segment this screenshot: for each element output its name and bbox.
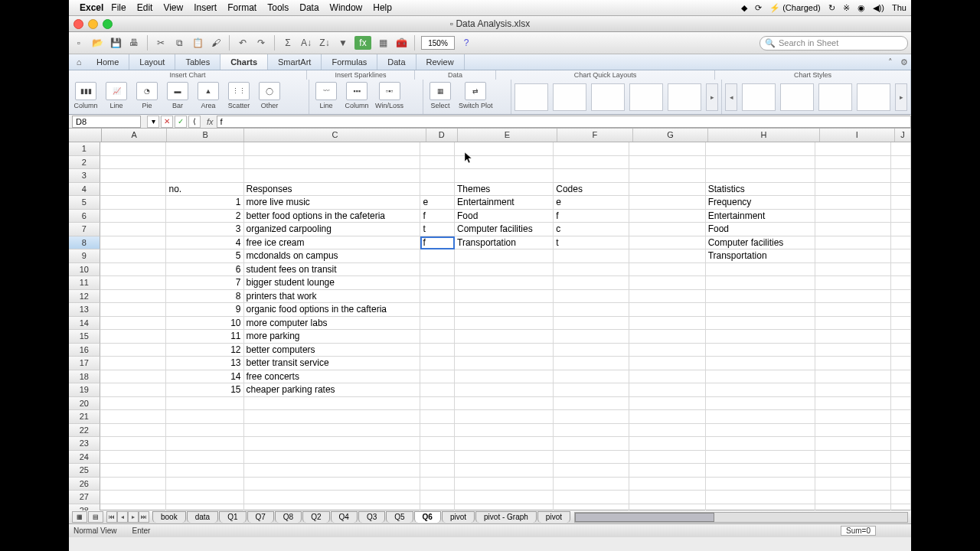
cell[interactable] (100, 397, 167, 411)
cell[interactable] (420, 464, 455, 478)
cell[interactable]: f (420, 236, 455, 250)
layout-thumb[interactable] (629, 83, 663, 111)
cell[interactable] (244, 437, 421, 451)
cell[interactable] (455, 451, 554, 465)
cell[interactable] (629, 156, 705, 170)
cell[interactable]: 2 (166, 210, 243, 223)
cell[interactable] (166, 169, 243, 183)
cell[interactable]: 13 (166, 357, 243, 370)
cell[interactable] (420, 397, 455, 411)
cell[interactable] (706, 397, 815, 411)
cell[interactable] (891, 437, 911, 451)
cell[interactable] (100, 330, 167, 344)
sum-display[interactable]: Sum=0 (841, 526, 876, 536)
cell[interactable] (166, 504, 243, 511)
tab-review[interactable]: Review (416, 54, 465, 70)
help-icon[interactable]: ? (459, 36, 473, 50)
tab-home[interactable]: Home (87, 54, 129, 70)
cell[interactable] (815, 183, 891, 197)
bluetooth-icon[interactable]: ※ (843, 3, 850, 13)
cell[interactable] (244, 397, 421, 411)
cell[interactable]: Themes (455, 183, 554, 197)
cell[interactable] (166, 397, 243, 411)
style-thumb[interactable] (742, 83, 776, 111)
menu-format[interactable]: Format (227, 2, 256, 13)
layout-thumb[interactable] (514, 83, 548, 111)
cell[interactable]: t (420, 223, 455, 236)
cell[interactable] (100, 478, 167, 491)
cell[interactable] (706, 383, 815, 397)
cell[interactable] (420, 263, 455, 277)
chart-other-button[interactable]: ◯Other (257, 82, 282, 109)
cell[interactable] (629, 276, 705, 290)
cell[interactable] (420, 424, 455, 438)
sync-icon[interactable]: ⟳ (755, 3, 762, 13)
cell[interactable] (420, 451, 455, 465)
cell[interactable] (554, 357, 629, 370)
cell[interactable] (244, 491, 421, 504)
row-header[interactable]: 20 (69, 397, 100, 411)
cell[interactable] (629, 317, 705, 331)
cell[interactable] (815, 424, 891, 438)
minimize-button[interactable] (88, 19, 98, 29)
cell[interactable] (554, 142, 629, 156)
cell[interactable] (100, 424, 167, 438)
cell[interactable] (455, 478, 554, 491)
cell[interactable] (554, 397, 629, 411)
cell[interactable]: Entertainment (706, 210, 815, 223)
cell[interactable] (554, 276, 629, 290)
cell[interactable] (100, 437, 167, 451)
cell[interactable] (455, 249, 554, 263)
cell[interactable]: bigger student lounge (244, 276, 421, 290)
cell[interactable] (629, 397, 705, 411)
col-header[interactable]: F (557, 129, 633, 142)
cell[interactable] (815, 344, 891, 357)
cell[interactable] (100, 223, 167, 236)
cell[interactable] (100, 504, 167, 511)
row-header[interactable]: 25 (69, 464, 100, 478)
cell[interactable]: 7 (166, 276, 243, 290)
cell[interactable] (166, 491, 243, 504)
chart-pie-button[interactable]: ◔Pie (135, 82, 159, 109)
tab-last-icon[interactable]: ⏭ (139, 511, 149, 523)
cell[interactable] (815, 504, 891, 511)
cell[interactable]: more live music (244, 196, 421, 210)
cell[interactable] (815, 210, 891, 223)
sort-desc-icon[interactable]: Z↓ (318, 36, 332, 50)
sort-asc-icon[interactable]: A↓ (299, 36, 313, 50)
cell[interactable] (420, 504, 455, 511)
cell[interactable] (629, 478, 705, 491)
cell[interactable]: student fees on transit (244, 263, 421, 277)
style-thumb[interactable] (857, 83, 890, 111)
cell[interactable] (455, 424, 554, 438)
tab-layout[interactable]: Layout (129, 54, 175, 70)
cell[interactable]: better computers (244, 344, 421, 357)
cell[interactable] (100, 357, 167, 370)
cell[interactable] (166, 424, 243, 438)
cell[interactable] (891, 290, 911, 304)
cut-icon[interactable]: ✂ (154, 36, 168, 50)
cell[interactable]: free ice cream (244, 236, 421, 250)
cell[interactable] (706, 451, 815, 465)
row-header[interactable]: 15 (69, 330, 100, 344)
row-header[interactable]: 13 (69, 303, 100, 317)
cell[interactable]: Frequency (706, 196, 815, 210)
cell[interactable] (815, 478, 891, 491)
cell[interactable]: 15 (166, 383, 243, 397)
cell[interactable] (891, 276, 911, 290)
cell[interactable] (455, 491, 554, 504)
cell[interactable] (455, 397, 554, 411)
cell[interactable]: Computer facilities (455, 223, 554, 236)
cell[interactable] (244, 169, 421, 183)
cell[interactable] (815, 491, 891, 504)
cell[interactable]: cheaper parking rates (244, 383, 421, 397)
cell[interactable]: Transportation (706, 249, 815, 263)
cell[interactable] (815, 397, 891, 411)
cell[interactable] (420, 169, 455, 183)
cell[interactable] (455, 383, 554, 397)
cell[interactable]: 5 (166, 249, 243, 263)
row-header[interactable]: 3 (69, 169, 100, 183)
cell[interactable] (815, 263, 891, 277)
cell[interactable] (100, 249, 167, 263)
cell[interactable] (420, 357, 455, 370)
